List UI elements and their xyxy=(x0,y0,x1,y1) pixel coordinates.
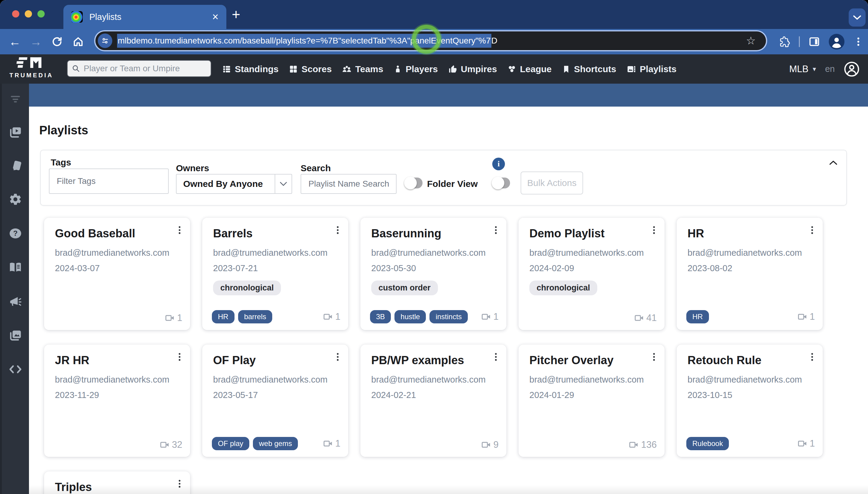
sidebar-media-gallery-button[interactable] xyxy=(2,328,29,342)
sidebar-video-playlists-button[interactable] xyxy=(2,125,29,139)
tag-pill[interactable]: hustle xyxy=(394,310,426,323)
browser-menu-icon[interactable] xyxy=(853,36,864,47)
reload-button[interactable] xyxy=(48,29,66,54)
window-minimize-button[interactable] xyxy=(25,10,32,18)
book-icon xyxy=(8,260,22,274)
card-menu-button[interactable] xyxy=(174,352,185,363)
forward-button[interactable]: → xyxy=(26,29,45,54)
playlist-card[interactable]: Demo Playlist brad@trumedianetworks.com … xyxy=(518,218,665,330)
tag-pill[interactable]: HR xyxy=(212,310,235,323)
card-menu-button[interactable] xyxy=(491,352,501,363)
tag-pill[interactable]: barrels xyxy=(238,310,272,323)
tag-pill[interactable]: web gems xyxy=(253,437,298,450)
collapse-panel-button[interactable] xyxy=(829,160,838,167)
bulk-actions-button[interactable]: Bulk Actions xyxy=(520,172,583,194)
profile-avatar[interactable] xyxy=(829,34,845,50)
new-tab-button[interactable]: + xyxy=(232,8,240,21)
video-count-value: 32 xyxy=(172,439,182,450)
nav-item-standings[interactable]: Standings xyxy=(222,64,279,74)
tab-search-button[interactable] xyxy=(849,8,866,26)
toolbar-divider xyxy=(799,36,800,47)
playlist-card[interactable]: PB/WP examples brad@trumedianetworks.com… xyxy=(360,344,507,457)
side-panel-icon[interactable] xyxy=(808,36,820,48)
nav-item-label: Teams xyxy=(355,64,383,74)
global-search-input[interactable] xyxy=(84,64,206,73)
folder-view-toggle[interactable] xyxy=(405,177,422,188)
chevron-down-icon xyxy=(275,174,292,193)
nav-item-umpires[interactable]: Umpires xyxy=(448,64,497,74)
info-icon[interactable]: i xyxy=(492,158,505,170)
playlist-card[interactable]: Retouch Rule brad@trumedianetworks.com 2… xyxy=(677,344,823,457)
nav-item-players[interactable]: Players xyxy=(394,64,438,74)
account-icon[interactable] xyxy=(844,61,860,77)
card-menu-button[interactable] xyxy=(807,352,817,363)
owners-select[interactable]: Owned By Anyone xyxy=(176,174,292,194)
card-footer: Rulebook 1 xyxy=(686,437,815,450)
extensions-icon[interactable] xyxy=(778,36,790,48)
nav-item-shortcuts[interactable]: Shortcuts xyxy=(562,64,616,74)
global-search-box[interactable] xyxy=(67,60,211,77)
playlist-card[interactable]: JR HR brad@trumedianetworks.com 2023-11-… xyxy=(44,344,190,457)
site-settings-icon[interactable] xyxy=(98,34,112,48)
sidebar-glossary-button[interactable] xyxy=(2,260,29,274)
sidebar-help-button[interactable]: ? xyxy=(2,226,29,240)
card-menu-button[interactable] xyxy=(174,479,185,490)
playlist-title: JR HR xyxy=(55,354,179,367)
tags-filter-input[interactable] xyxy=(49,169,169,194)
playlist-owner: brad@trumedianetworks.com xyxy=(213,375,337,385)
playlist-card[interactable]: Baserunning brad@trumedianetworks.com 20… xyxy=(360,218,507,330)
card-menu-button[interactable] xyxy=(333,352,343,363)
browser-tab[interactable]: Playlists × xyxy=(63,5,226,29)
video-count: 1 xyxy=(323,438,340,449)
card-footer: 41 xyxy=(528,312,657,323)
tag-pill[interactable]: HR xyxy=(686,310,709,323)
playlist-card[interactable]: Barrels brad@trumedianetworks.com 2023-0… xyxy=(202,218,348,330)
help-icon: ? xyxy=(8,226,22,240)
bookmark-star-icon[interactable]: ☆ xyxy=(746,34,756,47)
tag-pill[interactable]: Rulebook xyxy=(686,437,729,450)
playlist-card[interactable]: Triples brad@trumedianetworks.com xyxy=(44,471,190,494)
window-close-button[interactable] xyxy=(12,10,19,18)
tab-close-icon[interactable]: × xyxy=(212,12,218,22)
video-camera-icon xyxy=(629,440,639,450)
video-count: 9 xyxy=(481,439,498,450)
sidebar-embed-code-button[interactable] xyxy=(2,362,29,376)
card-footer: HR 1 xyxy=(686,310,815,323)
nav-item-scores[interactable]: Scores xyxy=(289,64,332,74)
window-zoom-button[interactable] xyxy=(37,10,45,18)
playlist-card[interactable]: HR brad@trumedianetworks.com 2023-08-02 … xyxy=(677,218,823,330)
card-menu-button[interactable] xyxy=(174,225,185,236)
sidebar-announcements-button[interactable] xyxy=(2,295,29,309)
sidebar-tags-button[interactable] xyxy=(2,159,29,173)
card-menu-button[interactable] xyxy=(649,225,659,236)
nav-item-league[interactable]: League xyxy=(507,64,552,74)
bulk-select-toggle[interactable] xyxy=(493,177,510,188)
sidebar-filter-button[interactable] xyxy=(2,92,29,106)
tag-pill[interactable]: OF play xyxy=(212,437,249,450)
trumedia-logo[interactable]: TRUMEDIA xyxy=(7,57,56,79)
nav-item-playlists[interactable]: Playlists xyxy=(627,64,677,74)
card-menu-button[interactable] xyxy=(807,225,817,236)
playlist-card[interactable]: OF Play brad@trumedianetworks.com 2023-0… xyxy=(202,344,348,457)
video-count: 136 xyxy=(629,439,657,450)
playlist-date: 2024-02-21 xyxy=(371,390,496,400)
locale-selector[interactable]: en xyxy=(825,64,835,74)
playlist-search-input[interactable] xyxy=(301,174,397,194)
back-button[interactable]: ← xyxy=(5,29,24,54)
card-menu-button[interactable] xyxy=(333,225,343,236)
league-selector[interactable]: MLB ▾ xyxy=(789,64,816,75)
kebab-menu-icon xyxy=(174,479,185,489)
chevron-down-icon: ▾ xyxy=(813,65,816,73)
playlist-card[interactable]: Good Baseball brad@trumedianetworks.com … xyxy=(44,218,190,330)
tag-pill[interactable]: 3B xyxy=(370,310,391,323)
left-sidebar: ? xyxy=(0,84,29,494)
playlist-card[interactable]: Pitcher Overlay brad@trumedianetworks.co… xyxy=(518,344,665,457)
home-icon xyxy=(73,36,84,48)
card-menu-button[interactable] xyxy=(491,225,501,236)
home-button[interactable] xyxy=(69,29,87,54)
sidebar-settings-button[interactable] xyxy=(2,193,29,206)
nav-item-teams[interactable]: Teams xyxy=(342,64,383,74)
tag-pill[interactable]: instincts xyxy=(430,310,468,323)
card-menu-button[interactable] xyxy=(649,352,659,363)
video-count-value: 1 xyxy=(493,311,498,322)
